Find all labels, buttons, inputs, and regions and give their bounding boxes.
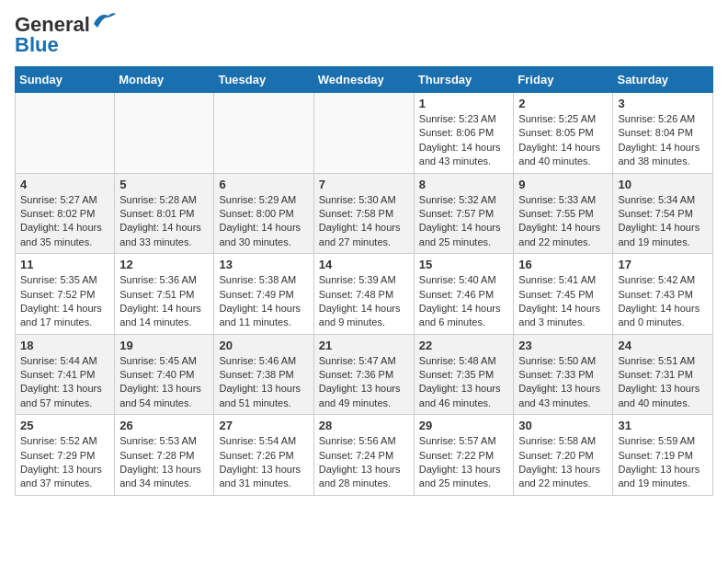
day-number: 19	[119, 339, 209, 352]
day-info: Sunrise: 5:32 AM Sunset: 7:57 PM Dayligh…	[419, 193, 509, 250]
day-info: Sunrise: 5:59 AM Sunset: 7:19 PM Dayligh…	[618, 434, 708, 491]
day-info: Sunrise: 5:44 AM Sunset: 7:41 PM Dayligh…	[20, 354, 109, 411]
day-number: 15	[419, 258, 509, 271]
day-number: 17	[618, 258, 708, 271]
day-number: 13	[219, 258, 308, 271]
calendar-cell: 15Sunrise: 5:40 AM Sunset: 7:46 PM Dayli…	[414, 254, 514, 335]
calendar-cell: 29Sunrise: 5:57 AM Sunset: 7:22 PM Dayli…	[414, 415, 514, 496]
weekday-header-friday: Friday	[514, 67, 613, 93]
day-info: Sunrise: 5:23 AM Sunset: 8:06 PM Dayligh…	[419, 112, 509, 169]
day-info: Sunrise: 5:35 AM Sunset: 7:52 PM Dayligh…	[20, 273, 109, 330]
calendar-cell: 14Sunrise: 5:39 AM Sunset: 7:48 PM Dayli…	[313, 254, 414, 335]
day-info: Sunrise: 5:40 AM Sunset: 7:46 PM Dayligh…	[419, 273, 509, 330]
weekday-header-saturday: Saturday	[613, 67, 713, 93]
calendar-cell: 1Sunrise: 5:23 AM Sunset: 8:06 PM Daylig…	[414, 93, 514, 174]
day-number: 3	[618, 97, 708, 110]
day-number: 9	[518, 178, 608, 191]
calendar-cell: 26Sunrise: 5:53 AM Sunset: 7:28 PM Dayli…	[115, 415, 214, 496]
calendar-cell: 23Sunrise: 5:50 AM Sunset: 7:33 PM Dayli…	[514, 334, 613, 415]
weekday-header-row: SundayMondayTuesdayWednesdayThursdayFrid…	[16, 67, 713, 93]
weekday-header-sunday: Sunday	[16, 67, 115, 93]
calendar-cell: 10Sunrise: 5:34 AM Sunset: 7:54 PM Dayli…	[613, 173, 713, 254]
day-info: Sunrise: 5:45 AM Sunset: 7:40 PM Dayligh…	[119, 354, 209, 411]
calendar-cell: 3Sunrise: 5:26 AM Sunset: 8:04 PM Daylig…	[613, 93, 713, 174]
calendar-cell: 18Sunrise: 5:44 AM Sunset: 7:41 PM Dayli…	[16, 334, 115, 415]
page-header: General Blue	[15, 15, 713, 55]
day-info: Sunrise: 5:36 AM Sunset: 7:51 PM Dayligh…	[119, 273, 209, 330]
day-number: 8	[419, 178, 509, 191]
day-number: 16	[518, 258, 608, 271]
calendar-cell: 9Sunrise: 5:33 AM Sunset: 7:55 PM Daylig…	[514, 173, 613, 254]
day-info: Sunrise: 5:56 AM Sunset: 7:24 PM Dayligh…	[319, 434, 409, 491]
day-info: Sunrise: 5:52 AM Sunset: 7:29 PM Dayligh…	[20, 434, 109, 491]
day-info: Sunrise: 5:53 AM Sunset: 7:28 PM Dayligh…	[119, 434, 209, 491]
calendar-week-row: 11Sunrise: 5:35 AM Sunset: 7:52 PM Dayli…	[16, 254, 713, 335]
calendar-cell: 21Sunrise: 5:47 AM Sunset: 7:36 PM Dayli…	[313, 334, 414, 415]
calendar-week-row: 25Sunrise: 5:52 AM Sunset: 7:29 PM Dayli…	[16, 415, 713, 496]
calendar-table: SundayMondayTuesdayWednesdayThursdayFrid…	[15, 66, 713, 496]
day-number: 1	[419, 97, 509, 110]
calendar-header: SundayMondayTuesdayWednesdayThursdayFrid…	[16, 67, 713, 93]
weekday-header-monday: Monday	[115, 67, 214, 93]
logo-bird-icon	[92, 11, 116, 28]
day-info: Sunrise: 5:46 AM Sunset: 7:38 PM Dayligh…	[219, 354, 308, 411]
calendar-cell: 13Sunrise: 5:38 AM Sunset: 7:49 PM Dayli…	[214, 254, 313, 335]
calendar-cell: 7Sunrise: 5:30 AM Sunset: 7:58 PM Daylig…	[313, 173, 414, 254]
day-number: 29	[419, 419, 509, 432]
day-info: Sunrise: 5:26 AM Sunset: 8:04 PM Dayligh…	[618, 112, 708, 169]
calendar-cell: 28Sunrise: 5:56 AM Sunset: 7:24 PM Dayli…	[313, 415, 414, 496]
calendar-cell: 30Sunrise: 5:58 AM Sunset: 7:20 PM Dayli…	[514, 415, 613, 496]
day-info: Sunrise: 5:38 AM Sunset: 7:49 PM Dayligh…	[219, 273, 308, 330]
day-info: Sunrise: 5:51 AM Sunset: 7:31 PM Dayligh…	[618, 354, 708, 411]
calendar-cell: 27Sunrise: 5:54 AM Sunset: 7:26 PM Dayli…	[214, 415, 313, 496]
calendar-cell	[16, 93, 115, 174]
day-number: 14	[319, 258, 409, 271]
weekday-header-thursday: Thursday	[414, 67, 514, 93]
day-number: 30	[518, 419, 608, 432]
day-info: Sunrise: 5:50 AM Sunset: 7:33 PM Dayligh…	[518, 354, 608, 411]
calendar-cell: 5Sunrise: 5:28 AM Sunset: 8:01 PM Daylig…	[115, 173, 214, 254]
day-info: Sunrise: 5:34 AM Sunset: 7:54 PM Dayligh…	[618, 193, 708, 250]
day-info: Sunrise: 5:25 AM Sunset: 8:05 PM Dayligh…	[518, 112, 608, 169]
calendar-cell: 6Sunrise: 5:29 AM Sunset: 8:00 PM Daylig…	[214, 173, 313, 254]
calendar-cell: 8Sunrise: 5:32 AM Sunset: 7:57 PM Daylig…	[414, 173, 514, 254]
day-info: Sunrise: 5:39 AM Sunset: 7:48 PM Dayligh…	[319, 273, 409, 330]
day-number: 7	[319, 178, 409, 191]
calendar-week-row: 1Sunrise: 5:23 AM Sunset: 8:06 PM Daylig…	[16, 93, 713, 174]
day-number: 27	[219, 419, 308, 432]
day-number: 12	[119, 258, 209, 271]
calendar-cell: 19Sunrise: 5:45 AM Sunset: 7:40 PM Dayli…	[115, 334, 214, 415]
logo-blue-label: Blue	[15, 33, 59, 56]
day-info: Sunrise: 5:33 AM Sunset: 7:55 PM Dayligh…	[518, 193, 608, 250]
day-info: Sunrise: 5:54 AM Sunset: 7:26 PM Dayligh…	[219, 434, 308, 491]
day-number: 31	[618, 419, 708, 432]
day-info: Sunrise: 5:48 AM Sunset: 7:35 PM Dayligh…	[419, 354, 509, 411]
day-number: 4	[20, 178, 109, 191]
day-number: 24	[618, 339, 708, 352]
calendar-cell: 4Sunrise: 5:27 AM Sunset: 8:02 PM Daylig…	[16, 173, 115, 254]
day-number: 11	[20, 258, 109, 271]
day-info: Sunrise: 5:57 AM Sunset: 7:22 PM Dayligh…	[419, 434, 509, 491]
day-info: Sunrise: 5:42 AM Sunset: 7:43 PM Dayligh…	[618, 273, 708, 330]
day-number: 20	[219, 339, 308, 352]
day-info: Sunrise: 5:58 AM Sunset: 7:20 PM Dayligh…	[518, 434, 608, 491]
calendar-cell: 22Sunrise: 5:48 AM Sunset: 7:35 PM Dayli…	[414, 334, 514, 415]
calendar-cell	[313, 93, 414, 174]
day-number: 6	[219, 178, 308, 191]
day-number: 5	[119, 178, 209, 191]
calendar-week-row: 18Sunrise: 5:44 AM Sunset: 7:41 PM Dayli…	[16, 334, 713, 415]
day-number: 23	[518, 339, 608, 352]
calendar-cell: 25Sunrise: 5:52 AM Sunset: 7:29 PM Dayli…	[16, 415, 115, 496]
weekday-header-tuesday: Tuesday	[214, 67, 313, 93]
calendar-cell: 12Sunrise: 5:36 AM Sunset: 7:51 PM Dayli…	[115, 254, 214, 335]
calendar-cell: 24Sunrise: 5:51 AM Sunset: 7:31 PM Dayli…	[613, 334, 713, 415]
calendar-cell: 2Sunrise: 5:25 AM Sunset: 8:05 PM Daylig…	[514, 93, 613, 174]
day-number: 10	[618, 178, 708, 191]
day-number: 28	[319, 419, 409, 432]
calendar-cell	[214, 93, 313, 174]
day-number: 22	[419, 339, 509, 352]
day-info: Sunrise: 5:30 AM Sunset: 7:58 PM Dayligh…	[319, 193, 409, 250]
day-number: 25	[20, 419, 109, 432]
calendar-cell: 16Sunrise: 5:41 AM Sunset: 7:45 PM Dayli…	[514, 254, 613, 335]
calendar-body: 1Sunrise: 5:23 AM Sunset: 8:06 PM Daylig…	[16, 93, 713, 496]
